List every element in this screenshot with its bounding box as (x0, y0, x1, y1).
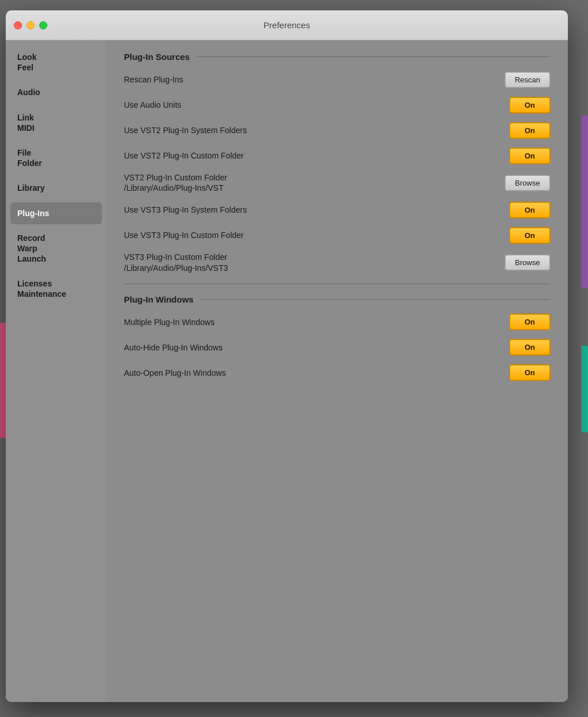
use-vst3-custom-label: Use VST3 Plug-In Custom Folder (124, 230, 244, 240)
auto-hide-button[interactable]: On (509, 339, 551, 356)
use-vst3-system-label: Use VST3 Plug-In System Folders (124, 205, 247, 215)
sidebar-label-licenses-maintenance: Licenses Maintenance (17, 279, 66, 299)
sidebar-label-library: Library (17, 183, 44, 193)
sidebar-label-look-feel: Look Feel (17, 52, 36, 72)
vst3-folder-label: VST3 Plug-In Custom Folder /Library/Audi… (124, 252, 228, 273)
auto-hide-label: Auto-Hide Plug-In Windows (124, 342, 223, 353)
use-audio-units-button[interactable]: On (509, 97, 551, 114)
rescan-plug-ins-row: Rescan Plug-Ins Rescan (124, 71, 551, 88)
vst2-folder-label: VST2 Plug-In Custom Folder /Library/Audi… (124, 172, 227, 193)
use-vst2-system-button[interactable]: On (509, 122, 551, 139)
use-vst2-custom-row: Use VST2 Plug-In Custom Folder On (124, 147, 551, 164)
close-button[interactable] (14, 21, 22, 29)
auto-open-label: Auto-Open Plug-In Windows (124, 368, 226, 378)
content-area: Look Feel Audio Link MIDI File Folder Li… (6, 40, 568, 702)
vst3-folder-row: VST3 Plug-In Custom Folder /Library/Audi… (124, 252, 551, 273)
section-divider (124, 284, 551, 284)
multiple-windows-row: Multiple Plug-In Windows On (124, 314, 551, 331)
sidebar-label-link-midi: Link MIDI (17, 113, 35, 133)
sidebar-item-licenses-maintenance[interactable]: Licenses Maintenance (10, 273, 102, 305)
sidebar-item-look-feel[interactable]: Look Feel (10, 46, 102, 78)
sidebar-label-plug-ins: Plug-Ins (17, 209, 49, 218)
main-content: Plug-In Sources Rescan Plug-Ins Rescan U… (107, 40, 568, 702)
sidebar-label-record-warp-launch: Record Warp Launch (17, 233, 46, 263)
use-vst3-system-button[interactable]: On (509, 202, 551, 218)
auto-open-row: Auto-Open Plug-In Windows On (124, 364, 551, 382)
auto-open-button[interactable]: On (509, 364, 551, 381)
sidebar: Look Feel Audio Link MIDI File Folder Li… (6, 40, 107, 702)
bg-track-2 (581, 115, 588, 288)
use-audio-units-row: Use Audio Units On (124, 96, 551, 114)
use-vst3-system-row: Use VST3 Plug-In System Folders On (124, 201, 551, 218)
use-vst2-custom-button[interactable]: On (509, 148, 551, 164)
sidebar-item-record-warp-launch[interactable]: Record Warp Launch (10, 227, 102, 270)
auto-hide-row: Auto-Hide Plug-In Windows On (124, 339, 551, 356)
use-vst3-custom-row: Use VST3 Plug-In Custom Folder On (124, 227, 551, 244)
rescan-button[interactable]: Rescan (504, 71, 551, 88)
plug-in-sources-title: Plug-In Sources (124, 52, 190, 62)
use-vst2-system-row: Use VST2 Plug-In System Folders On (124, 122, 551, 139)
sidebar-item-file-folder[interactable]: File Folder (10, 142, 102, 174)
sidebar-label-audio: Audio (17, 88, 40, 97)
use-vst2-custom-label: Use VST2 Plug-In Custom Folder (124, 150, 244, 161)
use-vst2-system-label: Use VST2 Plug-In System Folders (124, 125, 247, 135)
sidebar-item-plug-ins[interactable]: Plug-Ins (10, 202, 102, 224)
sidebar-item-library[interactable]: Library (10, 177, 102, 199)
multiple-windows-button[interactable]: On (509, 314, 551, 330)
title-bar: Preferences (6, 10, 568, 40)
minimize-button[interactable] (27, 21, 35, 29)
plug-in-windows-title: Plug-In Windows (124, 295, 194, 304)
sidebar-label-file-folder: File Folder (17, 148, 42, 168)
rescan-plug-ins-label: Rescan Plug-Ins (124, 74, 183, 85)
maximize-button[interactable] (39, 21, 47, 29)
multiple-windows-label: Multiple Plug-In Windows (124, 317, 214, 327)
vst2-browse-button[interactable]: Browse (504, 175, 551, 191)
window-title: Preferences (263, 20, 310, 30)
sidebar-item-link-midi[interactable]: Link MIDI (10, 107, 102, 139)
bg-track-3 (581, 346, 588, 432)
use-vst3-custom-button[interactable]: On (509, 227, 551, 244)
use-audio-units-label: Use Audio Units (124, 100, 182, 110)
plug-in-windows-header: Plug-In Windows (124, 295, 551, 304)
window-controls (14, 21, 47, 29)
vst3-browse-button[interactable]: Browse (504, 254, 551, 271)
plug-in-sources-header: Plug-In Sources (124, 52, 551, 62)
sidebar-item-audio[interactable]: Audio (10, 81, 102, 103)
preferences-window: Preferences Look Feel Audio Link MIDI Fi… (6, 10, 568, 702)
vst2-folder-row: VST2 Plug-In Custom Folder /Library/Audi… (124, 172, 551, 193)
